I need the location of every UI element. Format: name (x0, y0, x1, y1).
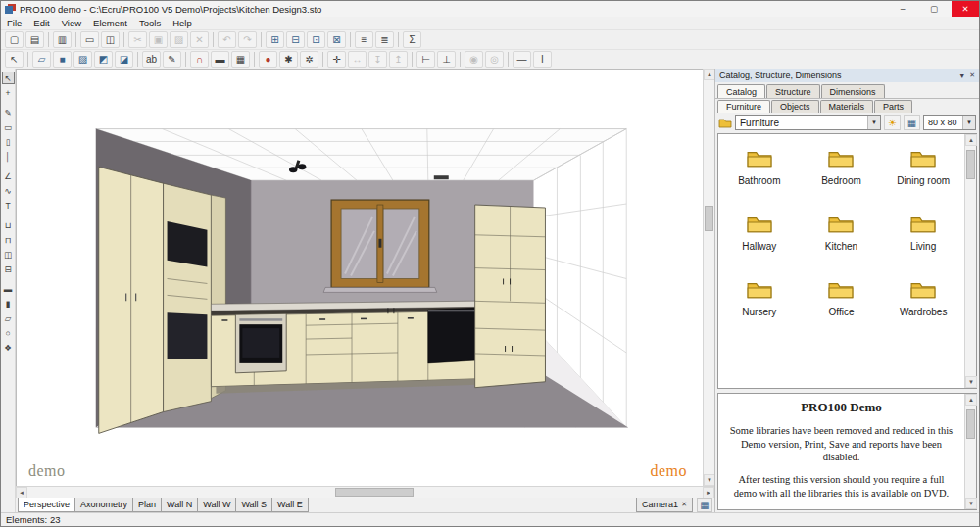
vertical-scrollbar[interactable]: ▲ ▼ (703, 69, 714, 486)
cut-icon[interactable]: ✂ (128, 31, 147, 48)
list-view-icon[interactable]: ▦ (904, 115, 920, 130)
catalog-scroll-up-icon[interactable]: ▲ (965, 134, 977, 146)
price-report-icon[interactable]: Σ (403, 31, 421, 48)
catalog-folder-kitchen[interactable]: Kitchen (801, 214, 883, 252)
dimension-height-icon[interactable]: ⊥ (437, 51, 456, 68)
board-tool-icon[interactable]: ▭ (2, 120, 15, 133)
wall-vent[interactable] (434, 175, 449, 179)
lock-icon[interactable]: ◉ (465, 51, 483, 68)
wireframe-view-icon[interactable]: ▱ (32, 51, 51, 68)
contour-view-icon[interactable]: ◩ (94, 51, 113, 68)
menu-element[interactable]: Element (87, 17, 133, 29)
delete-icon[interactable]: ✕ (190, 31, 209, 48)
right-tall-cabinet[interactable] (475, 205, 546, 388)
vertical-scroll-track[interactable] (704, 80, 714, 474)
catalog-folder-bedroom[interactable]: Bedroom (801, 148, 883, 186)
catalog-folder-wardrobes[interactable]: Wardrobes (882, 279, 964, 317)
curve-tool-icon[interactable]: ∿ (2, 184, 15, 197)
panel-close-icon[interactable]: ✕ (969, 72, 975, 79)
demo-scroll-track[interactable] (965, 406, 976, 498)
settings-gear-icon[interactable]: ✱ (279, 51, 298, 68)
precise-cursor-icon[interactable]: + (2, 86, 15, 99)
tab-dimensions[interactable]: Dimensions (821, 84, 885, 98)
menu-file[interactable]: File (1, 17, 27, 29)
horizontal-scroll-track[interactable] (27, 487, 703, 498)
catalog-folder-office[interactable]: Office (801, 279, 883, 317)
thumbnail-size-field[interactable]: 80 x 80 ▼ (923, 115, 976, 130)
titlebar[interactable]: PRO100 demo - C:\Ecru\PRO100 V5 Demo\Pro… (1, 1, 979, 17)
catalog-scroll-thumb[interactable] (966, 150, 975, 179)
text-cursor-icon[interactable]: I (533, 51, 552, 68)
cabinet-tool-icon[interactable]: ⊔ (2, 218, 15, 231)
panel-layout-icon[interactable]: ▦ (697, 498, 712, 512)
new-document-icon[interactable]: ▢ (5, 31, 24, 48)
worktop-tool-icon[interactable]: ▬ (2, 282, 15, 295)
group-icon[interactable]: ⊞ (266, 31, 284, 48)
bring-to-front-icon[interactable]: ⊡ (307, 31, 325, 48)
tab-wall-n[interactable]: Wall N (161, 498, 198, 512)
wall-tool-icon[interactable]: ▮ (2, 297, 15, 310)
tab-axonometry[interactable]: Axonometry (74, 498, 133, 512)
folder-up-icon[interactable] (718, 117, 732, 128)
ruler-icon[interactable]: ▬ (211, 51, 229, 68)
tab-wall-e[interactable]: Wall E (271, 498, 309, 512)
panel-titlebar[interactable]: Catalog, Structure, Dimensions ▼ ✕ (715, 69, 979, 82)
demo-scroll-up-icon[interactable]: ▲ (965, 394, 977, 406)
angle-tool-icon[interactable]: ∠ (2, 169, 15, 182)
frame-tool-icon[interactable]: ▯ (2, 135, 15, 148)
photo-view-icon[interactable]: ◪ (115, 51, 133, 68)
kitchen-window[interactable] (323, 200, 437, 292)
catalog-folder-nursery[interactable]: Nursery (718, 279, 801, 317)
tab-wall-w[interactable]: Wall W (197, 498, 236, 512)
tab-furniture[interactable]: Furniture (717, 100, 770, 113)
dimension-width-icon[interactable]: ⊢ (416, 51, 435, 68)
tab-perspective[interactable]: Perspective (18, 498, 75, 512)
paint-icon[interactable]: ✎ (163, 51, 181, 68)
tab-camera1[interactable]: Camera1 ✕ (636, 498, 693, 512)
catalog-scroll-track[interactable] (965, 146, 976, 376)
tab-objects[interactable]: Objects (771, 100, 819, 113)
tab-parts[interactable]: Parts (874, 100, 912, 113)
kitchen-3d-view[interactable] (17, 70, 703, 486)
category-dropdown[interactable]: Furniture ▼ (735, 115, 881, 130)
align-vertical-icon[interactable]: ≣ (375, 31, 394, 48)
horizontal-scrollbar[interactable]: ◄ ► (16, 486, 714, 498)
demo-scroll-down-icon[interactable]: ▼ (965, 498, 977, 509)
built-in-oven[interactable] (235, 313, 286, 373)
tab-catalog[interactable]: Catalog (717, 84, 765, 98)
copy-icon[interactable]: ▣ (149, 31, 168, 48)
menu-edit[interactable]: Edit (27, 17, 55, 29)
tab-materials[interactable]: Materials (820, 100, 874, 113)
open-project-icon[interactable]: ▤ (25, 31, 44, 48)
tab-structure[interactable]: Structure (766, 84, 820, 98)
pencil-tool-icon[interactable]: ✎ (2, 106, 15, 119)
drawer-tool-icon[interactable]: ⊟ (2, 263, 15, 275)
tab-wall-s[interactable]: Wall S (235, 498, 272, 512)
grid-icon[interactable]: ▦ (231, 51, 250, 68)
magnet-icon[interactable]: ∩ (190, 51, 209, 68)
tab-plan[interactable]: Plan (132, 498, 162, 512)
chevron-down-icon[interactable]: ▼ (958, 72, 965, 79)
minimize-button[interactable]: – (889, 1, 916, 17)
menu-tools[interactable]: Tools (133, 17, 167, 29)
horizontal-scroll-thumb[interactable] (335, 488, 414, 497)
catalog-folder-bathroom[interactable]: Bathroom (718, 148, 801, 186)
catalog-folder-dining-room[interactable]: Dining room (882, 148, 964, 186)
dropdown-caret-icon[interactable]: ▼ (867, 116, 880, 129)
texture-view-icon[interactable]: ▨ (74, 51, 92, 68)
left-tall-cabinet[interactable] (99, 167, 226, 433)
ortho-line-icon[interactable]: — (513, 51, 531, 68)
crosshair-icon[interactable]: ✛ (327, 51, 346, 68)
demo-scrollbar[interactable]: ▲ ▼ (964, 394, 976, 509)
light-tool-icon[interactable]: ○ (2, 326, 15, 339)
select-tool-icon[interactable]: ↖ (2, 72, 15, 84)
close-button[interactable]: ✕ (952, 1, 979, 17)
report-icon[interactable]: ▥ (53, 31, 72, 48)
align-horizontal-icon[interactable]: ≡ (355, 31, 373, 48)
menu-view[interactable]: View (56, 17, 87, 29)
ungroup-icon[interactable]: ⊟ (286, 31, 305, 48)
camera-close-icon[interactable]: ✕ (681, 501, 687, 508)
design-canvas[interactable]: demo demo (16, 69, 703, 486)
select-pointer-icon[interactable]: ↖ (5, 51, 24, 68)
catalog-folder-living[interactable]: Living (882, 214, 964, 252)
